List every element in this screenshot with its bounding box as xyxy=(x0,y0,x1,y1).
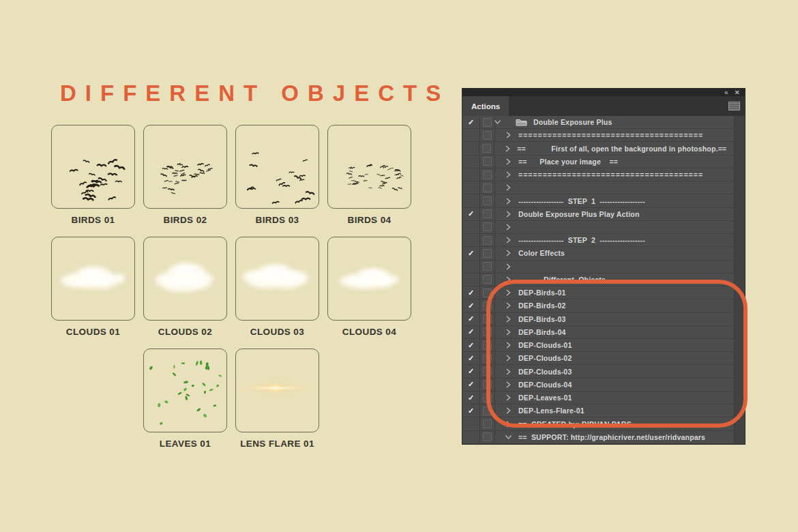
dialog-toggle-box[interactable] xyxy=(483,183,492,192)
dialog-toggle[interactable] xyxy=(480,116,495,128)
action-row[interactable]: == CREATED by: RIDVAN PARS xyxy=(462,417,745,430)
check-icon[interactable]: ✓ xyxy=(462,326,480,338)
chevron-down-icon[interactable] xyxy=(495,119,502,125)
action-row[interactable]: ------------------ STEP 2 --------------… xyxy=(462,234,745,247)
chevron-right-icon[interactable] xyxy=(506,342,513,349)
check-empty[interactable] xyxy=(462,431,480,443)
check-empty[interactable] xyxy=(462,274,480,286)
dialog-toggle[interactable] xyxy=(480,431,495,443)
action-row[interactable]: ------------------ STEP 1 --------------… xyxy=(462,194,745,207)
dialog-toggle[interactable] xyxy=(480,313,495,325)
dialog-toggle-box[interactable] xyxy=(483,367,492,376)
dialog-toggle-box[interactable] xyxy=(483,314,492,323)
scrollbar-track[interactable] xyxy=(734,116,745,444)
check-icon[interactable]: ✓ xyxy=(462,247,480,259)
close-panel-icon[interactable]: ✕ xyxy=(735,89,740,96)
check-icon[interactable]: ✓ xyxy=(462,352,480,364)
chevron-right-icon[interactable] xyxy=(506,407,513,414)
dialog-toggle[interactable] xyxy=(480,261,495,273)
dialog-toggle[interactable] xyxy=(480,156,495,168)
dialog-toggle[interactable] xyxy=(480,168,495,181)
dialog-toggle[interactable] xyxy=(480,129,495,141)
dialog-toggle[interactable] xyxy=(480,339,495,351)
check-empty[interactable] xyxy=(462,156,480,168)
dialog-toggle-box[interactable] xyxy=(483,419,492,428)
dialog-toggle[interactable] xyxy=(480,299,495,312)
chevron-right-icon[interactable] xyxy=(506,316,513,323)
dialog-toggle-box[interactable] xyxy=(483,341,492,350)
action-row[interactable]: ✓DEP-Clouds-04 xyxy=(462,379,745,391)
dialog-toggle[interactable] xyxy=(480,379,495,391)
action-row[interactable]: ✓DEP-Birds-03 xyxy=(462,313,745,326)
dialog-toggle-box[interactable] xyxy=(483,222,492,231)
check-icon[interactable]: ✓ xyxy=(462,116,480,128)
dialog-toggle[interactable] xyxy=(480,221,495,233)
action-row[interactable] xyxy=(462,221,745,234)
dialog-toggle[interactable] xyxy=(480,247,495,259)
check-empty[interactable] xyxy=(462,168,480,181)
action-row[interactable]: == First of all, open the background in … xyxy=(462,142,745,155)
dialog-toggle[interactable] xyxy=(480,404,495,417)
dialog-toggle[interactable] xyxy=(480,274,495,286)
chevron-right-icon[interactable] xyxy=(506,381,513,388)
action-row[interactable]: ✓DEP-Birds-01 xyxy=(462,286,745,299)
dialog-toggle-box[interactable] xyxy=(483,118,492,127)
action-row[interactable]: ====================================== xyxy=(462,129,745,142)
check-icon[interactable]: ✓ xyxy=(462,365,480,377)
tab-actions[interactable]: Actions xyxy=(462,96,509,116)
action-row[interactable] xyxy=(462,261,745,274)
check-empty[interactable] xyxy=(462,221,480,233)
check-icon[interactable]: ✓ xyxy=(462,286,480,299)
dialog-toggle-box[interactable] xyxy=(483,432,492,441)
chevron-right-icon[interactable] xyxy=(506,250,513,256)
action-row[interactable]: ✓DEP-Birds-04 xyxy=(462,326,745,339)
dialog-toggle-box[interactable] xyxy=(483,171,492,179)
chevron-right-icon[interactable] xyxy=(506,224,513,231)
dialog-toggle[interactable] xyxy=(479,142,494,154)
chevron-down-icon[interactable] xyxy=(506,434,513,441)
dialog-toggle-box[interactable] xyxy=(483,407,492,415)
check-empty[interactable] xyxy=(462,181,480,194)
dialog-toggle[interactable] xyxy=(480,417,495,430)
chevron-right-icon[interactable] xyxy=(506,184,513,191)
dialog-toggle-box[interactable] xyxy=(483,131,492,140)
chevron-right-icon[interactable] xyxy=(506,263,513,270)
dialog-toggle-box[interactable] xyxy=(483,249,492,258)
chevron-right-icon[interactable] xyxy=(506,302,513,309)
check-icon[interactable]: ✓ xyxy=(462,339,480,351)
action-row[interactable]: == Place your image == xyxy=(462,156,745,168)
check-icon[interactable]: ✓ xyxy=(462,313,480,325)
chevron-right-icon[interactable] xyxy=(506,289,513,296)
chevron-right-icon[interactable] xyxy=(506,171,513,178)
action-row[interactable]: ====================================== xyxy=(462,168,745,181)
action-row[interactable]: ✓DEP-Lens-Flare-01 xyxy=(462,404,745,417)
action-row[interactable]: ✓DEP-Leaves-01 xyxy=(462,391,745,404)
action-row[interactable]: == SUPPORT: http://graphicriver.net/user… xyxy=(462,431,745,444)
chevron-right-icon[interactable] xyxy=(506,237,513,243)
check-empty[interactable] xyxy=(462,142,479,154)
check-empty[interactable] xyxy=(462,129,480,141)
check-empty[interactable] xyxy=(462,417,480,430)
chevron-right-icon[interactable] xyxy=(506,368,513,375)
dialog-toggle[interactable] xyxy=(480,391,495,404)
dialog-toggle-box[interactable] xyxy=(482,144,491,153)
check-icon[interactable]: ✓ xyxy=(462,208,480,220)
check-icon[interactable]: ✓ xyxy=(462,391,480,404)
action-row[interactable] xyxy=(462,181,745,194)
chevron-right-icon[interactable] xyxy=(506,355,513,361)
chevron-right-icon[interactable] xyxy=(506,198,513,205)
dialog-toggle-box[interactable] xyxy=(483,157,492,166)
action-row[interactable]: ✓DEP-Birds-02 xyxy=(462,299,745,312)
dialog-toggle[interactable] xyxy=(480,194,495,207)
action-row[interactable]: ✓DEP-Clouds-03 xyxy=(462,365,745,378)
check-empty[interactable] xyxy=(462,194,480,207)
dialog-toggle-box[interactable] xyxy=(483,236,492,245)
dialog-toggle[interactable] xyxy=(480,352,495,364)
dialog-toggle[interactable] xyxy=(480,365,495,377)
dialog-toggle-box[interactable] xyxy=(483,327,492,336)
dialog-toggle-box[interactable] xyxy=(483,380,492,389)
check-icon[interactable]: ✓ xyxy=(462,379,480,391)
check-empty[interactable] xyxy=(462,261,480,273)
chevron-right-icon[interactable] xyxy=(506,211,513,218)
chevron-right-icon[interactable] xyxy=(506,276,513,283)
